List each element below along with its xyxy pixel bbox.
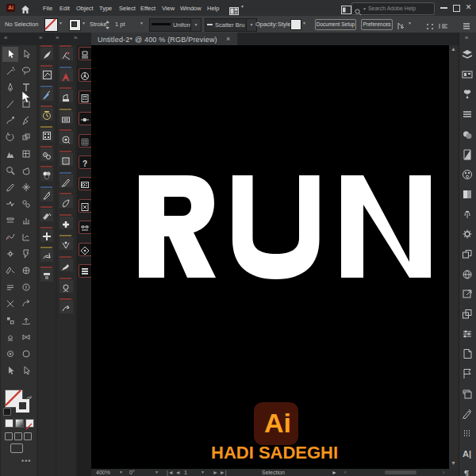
svg-text:?: ? [83,159,87,168]
svg-text:¶: ¶ [464,469,469,476]
svg-text:A|: A| [463,449,471,459]
